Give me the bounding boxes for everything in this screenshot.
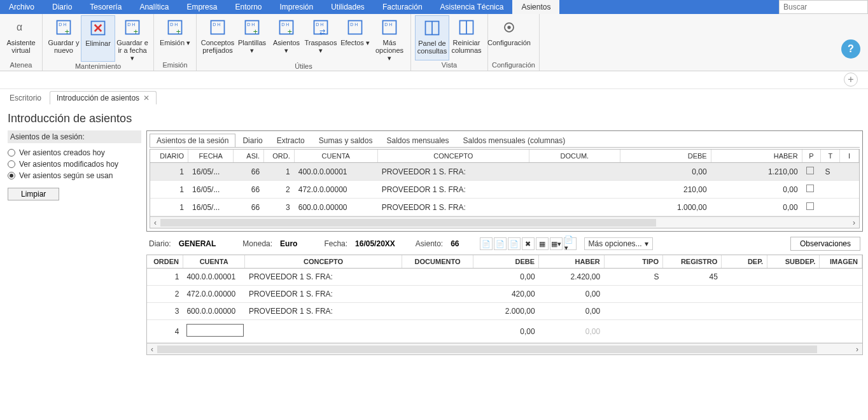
doc-tab[interactable]: Introducción de asientos✕: [50, 91, 157, 104]
scroll-left-icon[interactable]: ‹: [147, 345, 157, 354]
grid2-header[interactable]: IMAGEN: [820, 255, 862, 269]
grid2-header[interactable]: DOCUMENTO: [402, 255, 473, 269]
checkbox-p[interactable]: [806, 185, 814, 192]
tool-doc-del-icon[interactable]: ✖: [522, 237, 535, 250]
tool-doc-dd-icon[interactable]: 📄▾: [564, 237, 577, 250]
menu-item-impresión[interactable]: Impresión: [270, 0, 322, 14]
search-input[interactable]: [779, 0, 868, 14]
grid2-header[interactable]: REGISTRO: [663, 255, 722, 269]
close-icon[interactable]: ✕: [143, 94, 150, 102]
filter-radio[interactable]: Ver asientos creados hoy: [8, 148, 141, 157]
grid1-header[interactable]: FECHA: [188, 150, 234, 163]
table-row[interactable]: 116/05/...663600.0.0.00000PROVEEDOR 1 S.…: [150, 199, 859, 216]
grid2-scrollbar[interactable]: ‹ ›: [147, 343, 862, 354]
table-row[interactable]: 1400.0.0.00001PROVEEDOR 1 S. FRA:0,002.4…: [147, 269, 862, 286]
menu-item-utilidades[interactable]: Utilidades: [322, 0, 374, 14]
scroll-left-icon[interactable]: ‹: [150, 218, 160, 227]
menu-item-entorno[interactable]: Entorno: [226, 0, 270, 14]
asiento-label: Asiento:: [416, 239, 443, 248]
checkbox-p[interactable]: [806, 202, 814, 210]
grid2-header[interactable]: HABER: [539, 255, 605, 269]
grid2-header[interactable]: TIPO: [604, 255, 662, 269]
grid1-header[interactable]: DOCUM.: [529, 150, 620, 163]
cell-haber: 1.210,00: [711, 163, 802, 181]
ribbon-btn-panel[interactable]: Panel de consultas: [415, 15, 449, 60]
fecha-value: 16/05/20XX: [355, 239, 395, 248]
ribbon-btn-template[interactable]: D H+Plantillas ▾: [235, 15, 269, 62]
table-row[interactable]: 116/05/...662472.0.0.00000PROVEEDOR 1 S.…: [150, 181, 859, 199]
inner-tab[interactable]: Saldos mensuales (columnas): [456, 134, 573, 147]
grid2-header[interactable]: CUENTA: [183, 255, 244, 269]
menu-item-asientos[interactable]: Asientos: [512, 0, 559, 14]
filter-radio[interactable]: Ver asientos modificados hoy: [8, 160, 141, 169]
inner-tab[interactable]: Diario: [235, 134, 269, 147]
menu-item-archivo[interactable]: Archivo: [0, 0, 43, 14]
filter-radio[interactable]: Ver asientos según se usan: [8, 171, 141, 180]
scroll-right-icon[interactable]: ›: [849, 218, 859, 227]
grid1-header[interactable]: ASI.: [234, 150, 264, 163]
tool-grid-dd-icon[interactable]: ▦▾: [550, 237, 563, 250]
table-row[interactable]: 3600.0.0.00000PROVEEDOR 1 S. FRA:2.000,0…: [147, 303, 862, 320]
tool-doc-new-icon[interactable]: 📄: [508, 237, 521, 250]
add-tab-button[interactable]: +: [844, 73, 858, 87]
menu-item-analítica[interactable]: Analítica: [130, 0, 178, 14]
grid1-header[interactable]: I: [840, 150, 859, 163]
ribbon-btn-gear[interactable]: Configuración: [492, 15, 526, 60]
tool-grid-icon[interactable]: ▦: [536, 237, 549, 250]
grid1-scrollbar[interactable]: ‹ ›: [150, 216, 859, 228]
cell-docum: [529, 163, 620, 181]
ribbon-btn-delete[interactable]: Eliminar: [81, 15, 115, 62]
grid2-header[interactable]: DEBE: [473, 255, 539, 269]
ribbon-btn-save-new[interactable]: D H+Guardar y nuevo: [46, 15, 81, 62]
help-icon[interactable]: ?: [841, 39, 860, 59]
table-row[interactable]: 40,000,00: [147, 320, 862, 343]
grid1-header[interactable]: P: [802, 150, 821, 163]
svg-text:D H: D H: [384, 22, 392, 27]
checkbox-p[interactable]: [806, 167, 814, 174]
ribbon-btn-more[interactable]: D HMás opciones ▾: [372, 15, 407, 62]
grid1-header[interactable]: T: [821, 150, 840, 163]
grid1-header[interactable]: DIARIO: [150, 150, 188, 163]
inner-tab[interactable]: Asientos de la sesión: [150, 134, 235, 147]
menu-item-asistencia técnica[interactable]: Asistencia Técnica: [431, 0, 513, 14]
inner-tab[interactable]: Extracto: [270, 134, 312, 147]
grid1-header[interactable]: DEBE: [620, 150, 711, 163]
inner-tab[interactable]: Sumas y saldos: [312, 134, 380, 147]
more-options-dropdown[interactable]: Más opciones...▾: [584, 237, 653, 250]
ribbon-btn-alpha[interactable]: αAsistente virtual: [4, 15, 38, 60]
observaciones-button[interactable]: Observaciones: [790, 237, 860, 251]
ribbon-btn-asiento[interactable]: D H+Asientos ▾: [269, 15, 304, 62]
ribbon-btn-emit[interactable]: D H+Emisión ▾: [158, 15, 192, 60]
table-row[interactable]: 116/05/...661400.0.0.00001PROVEEDOR 1 S.…: [150, 163, 859, 181]
menu-item-diario[interactable]: Diario: [43, 0, 81, 14]
menu-item-facturación[interactable]: Facturación: [374, 0, 431, 14]
grid2-header[interactable]: DEP.: [722, 255, 767, 269]
cell-t: S: [821, 163, 840, 181]
grid2-header[interactable]: CONCEPTO: [245, 255, 402, 269]
tool-doc-dup-icon[interactable]: 📄: [494, 237, 507, 250]
doc-tab[interactable]: Escritorio: [3, 91, 48, 104]
grid1-header[interactable]: CONCEPTO: [377, 150, 529, 163]
cuenta-input[interactable]: [186, 324, 244, 337]
ribbon-btn-concept[interactable]: D HConceptos prefijados: [200, 15, 235, 62]
cell-concepto: PROVEEDOR 1 S. FRA:: [245, 303, 402, 320]
limpiar-button[interactable]: Limpiar: [8, 188, 59, 200]
new-tab-row: +: [0, 71, 868, 89]
grid2-header[interactable]: ORDEN: [147, 255, 183, 269]
scroll-right-icon[interactable]: ›: [852, 345, 862, 354]
grid1-header[interactable]: CUENTA: [294, 150, 377, 163]
grid1-header[interactable]: ORD.: [264, 150, 295, 163]
grid1-header[interactable]: HABER: [711, 150, 802, 163]
ribbon-btn-transfer[interactable]: D H⇄Traspasos ▾: [304, 15, 338, 62]
inner-tab[interactable]: Saldos mensuales: [379, 134, 456, 147]
menu-item-tesorería[interactable]: Tesorería: [81, 0, 130, 14]
ribbon-btn-columns[interactable]: Reiniciar columnas: [449, 15, 484, 60]
grid2-header[interactable]: SUBDEP.: [767, 255, 820, 269]
cell-ord: 2: [264, 181, 295, 199]
ribbon-btn-save-date[interactable]: D H+Guardar e ir a fecha ▾: [115, 15, 150, 62]
ribbon-btn-effects[interactable]: D HEfectos ▾: [338, 15, 372, 62]
tool-doc-add-icon[interactable]: 📄: [480, 237, 493, 250]
menu-item-empresa[interactable]: Empresa: [178, 0, 226, 14]
table-row[interactable]: 2472.0.0.00000PROVEEDOR 1 S. FRA:420,000…: [147, 286, 862, 303]
asiento-value: 66: [451, 239, 459, 248]
